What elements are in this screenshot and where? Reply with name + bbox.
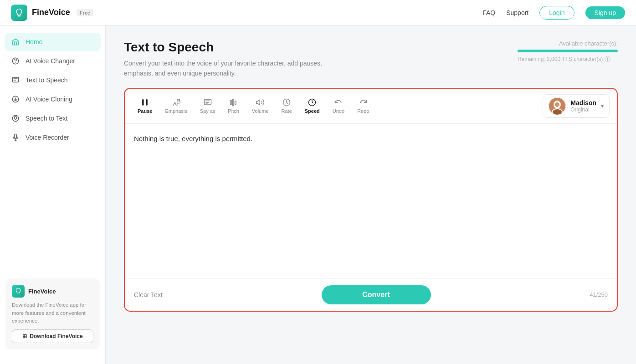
sidebar-item-ai-voice-changer-label: AI Voice Changer — [26, 57, 75, 65]
sidebar-item-ai-voice-cloning-label: AI Voice Cloning — [26, 96, 72, 103]
speed-button[interactable]: Speed — [299, 95, 325, 116]
download-button[interactable]: ⊞ Download FineVoice — [12, 329, 93, 343]
voice-info: Madison Original — [570, 99, 596, 113]
sidebar-promo-area: FineVoice Download the FineVoice app for… — [0, 271, 105, 357]
sidebar-item-text-to-speech-label: Text to Speech — [26, 76, 68, 84]
info-icon: ⓘ — [605, 55, 610, 63]
download-button-label: Download FineVoice — [30, 333, 82, 339]
say-as-label: Say as — [200, 108, 215, 114]
app-header: FineVoice Free FAQ Support Login Sign up — [0, 0, 636, 25]
redo-button[interactable]: Redo — [352, 95, 374, 116]
promo-title: FineVoice — [28, 288, 56, 295]
sidebar-item-voice-recorder-label: Voice Recorder — [26, 134, 69, 141]
chars-label: Available character(s): — [518, 40, 618, 47]
pause-button[interactable]: Pause — [132, 95, 158, 116]
main-layout: Home AI Voice Changer — [0, 25, 636, 364]
home-icon — [11, 37, 20, 46]
page-title: Text to Speech — [124, 40, 343, 55]
promo-description: Download the FineVoice app for more feat… — [12, 301, 93, 325]
chars-remaining: Remaining: 2,000 TTS character(s) ⓘ — [518, 55, 618, 63]
login-button[interactable]: Login — [539, 6, 574, 20]
text-to-speech-icon — [11, 76, 20, 85]
chars-progress-fill — [518, 50, 618, 52]
volume-label: Volume — [252, 108, 269, 114]
pitch-button[interactable]: Pitch — [222, 95, 244, 116]
signup-button[interactable]: Sign up — [585, 6, 625, 19]
convert-button[interactable]: Convert — [322, 285, 431, 304]
undo-button[interactable]: Undo — [327, 95, 350, 116]
clear-text-button[interactable]: Clear Text — [134, 291, 163, 298]
voice-type: Original — [570, 106, 596, 113]
svg-rect-2 — [12, 77, 19, 82]
sidebar-promo: FineVoice Download the FineVoice app for… — [5, 278, 100, 349]
sidebar-item-ai-voice-cloning[interactable]: AI Voice Cloning — [5, 90, 101, 108]
page-header-text: Text to Speech Convert your text into th… — [124, 40, 343, 79]
chars-info: Available character(s): Remaining: 2,000… — [518, 40, 618, 63]
chars-remaining-text: Remaining: 2,000 TTS character(s) — [518, 56, 603, 62]
svg-point-16 — [552, 109, 562, 115]
sidebar-item-speech-to-text-label: Speech to Text — [26, 115, 67, 122]
sidebar-item-ai-voice-changer[interactable]: AI Voice Changer — [5, 52, 101, 70]
svg-point-17 — [554, 102, 560, 107]
logo-text: FineVoice — [32, 8, 70, 17]
undo-label: Undo — [333, 108, 344, 114]
chars-progress-bar — [518, 50, 618, 52]
free-badge: Free — [77, 9, 93, 16]
faq-link[interactable]: FAQ — [482, 9, 495, 16]
rate-label: Rate — [282, 108, 292, 114]
redo-label: Redo — [357, 108, 369, 114]
sidebar: Home AI Voice Changer — [0, 25, 106, 364]
voice-avatar — [549, 97, 566, 115]
app-logo-icon — [11, 5, 27, 21]
chevron-down-icon: ▾ — [601, 103, 604, 109]
header-nav: FAQ Support Login Sign up — [482, 6, 625, 20]
main-content: Text to Speech Convert your text into th… — [106, 25, 636, 364]
editor-footer: Clear Text Convert 41/250 — [125, 278, 617, 311]
text-editor[interactable]: Nothing is true, everything is permitted… — [125, 124, 617, 278]
sidebar-item-voice-recorder[interactable]: Voice Recorder — [5, 128, 101, 147]
pitch-label: Pitch — [228, 108, 239, 114]
svg-rect-5 — [142, 100, 144, 106]
rate-button[interactable]: Rate — [276, 95, 297, 116]
ai-voice-changer-icon — [11, 56, 20, 66]
say-as-button[interactable]: Say as — [195, 95, 221, 116]
content-header-row: Text to Speech Convert your text into th… — [124, 40, 618, 79]
editor-box: Pause Emphasis Say as — [124, 88, 618, 312]
svg-rect-10 — [235, 101, 236, 105]
logo-area: FineVoice Free — [11, 5, 93, 21]
sidebar-item-speech-to-text[interactable]: Speech to Text — [5, 109, 101, 127]
speech-to-text-icon — [11, 114, 20, 123]
promo-top: FineVoice — [12, 285, 93, 298]
svg-rect-8 — [230, 100, 231, 105]
svg-rect-6 — [146, 100, 148, 106]
sidebar-nav: Home AI Voice Changer — [0, 33, 105, 147]
emphasis-label: Emphasis — [165, 108, 187, 114]
char-count: 41/250 — [590, 291, 608, 298]
voice-recorder-icon — [11, 133, 20, 142]
editor-content: Nothing is true, everything is permitted… — [134, 135, 252, 142]
voice-name: Madison — [570, 99, 596, 106]
voice-selector[interactable]: Madison Original ▾ — [543, 94, 610, 118]
pause-label: Pause — [138, 108, 152, 114]
speed-label: Speed — [305, 108, 320, 114]
page-description: Convert your text into the voice of your… — [124, 58, 343, 79]
editor-toolbar: Pause Emphasis Say as — [125, 89, 617, 124]
promo-logo-icon — [12, 285, 25, 298]
volume-button[interactable]: Volume — [246, 95, 274, 116]
svg-rect-9 — [232, 99, 234, 106]
svg-point-1 — [15, 62, 16, 63]
sidebar-item-home[interactable]: Home — [5, 33, 101, 51]
sidebar-item-text-to-speech[interactable]: Text to Speech — [5, 71, 101, 89]
emphasis-button[interactable]: Emphasis — [159, 95, 192, 116]
monitor-icon: ⊞ — [22, 333, 27, 339]
sidebar-item-home-label: Home — [26, 38, 42, 46]
support-link[interactable]: Support — [506, 9, 528, 16]
ai-voice-cloning-icon — [11, 95, 20, 104]
